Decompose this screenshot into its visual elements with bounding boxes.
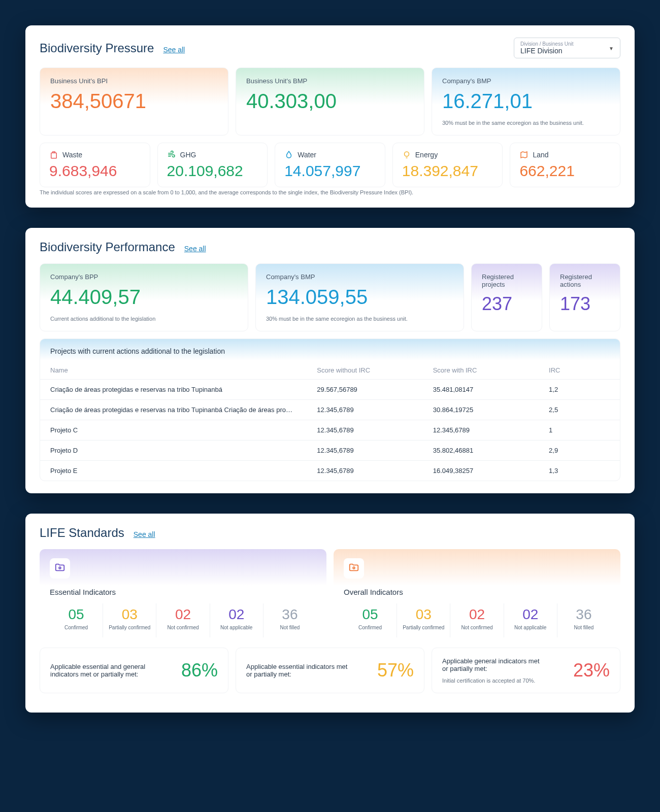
table-row[interactable]: Criação de áreas protegidas e reservas n… [40,380,620,400]
energy-head: Energy [402,150,493,159]
svg-point-1 [404,152,409,156]
svg-point-2 [59,567,61,569]
pressure-panel: Biodiversity Pressure See all Division /… [25,25,635,208]
land-metric: Land 662,221 [510,143,620,187]
performance-panel: Biodiversity Performance See all Company… [25,228,635,493]
bu-bmp-card: Business Unit's BMP 40.303,00 [236,67,424,136]
land-head: Land [519,150,611,159]
bu-bmp-label: Business Unit's BMP [246,77,414,85]
table-row[interactable]: Projeto E12.345,678916.049,382571,3 [40,461,620,481]
waste-head: Waste [49,150,141,159]
col-irc: IRC [539,360,620,380]
indicator-stat-number: 02 [158,606,207,623]
svg-point-3 [353,567,355,569]
percentage-card: Applicable essential and general indicat… [40,648,228,693]
performance-cards-row: Company's BPP 44.409,57 Current actions … [40,263,620,331]
performance-title: Biodiversity Performance [40,240,175,254]
indicator-stat-label: Partially confirmed [399,625,448,630]
cell-name: Projeto E [40,461,307,481]
indicator-stat-number: 36 [559,606,608,623]
projects-value: 237 [482,293,532,315]
essential-icon-box [50,558,70,579]
projects-table-header: Name Score without IRC Score with IRC IR… [40,360,620,380]
perf-bmp-note: 30% must be in the same ecoregion as the… [266,316,453,322]
wind-icon [167,150,176,159]
standards-title-row: LIFE Standards See all [40,526,620,540]
bpi-value: 384,50671 [50,90,218,113]
cell-score-with-irc: 12.345,6789 [423,420,539,441]
indicator-stat: 02Not applicable [504,603,557,637]
overall-indicators-card: Overall Indicators 05Confirmed03Partiall… [334,549,620,640]
indicators-row: Essential Indicators 05Confirmed03Partia… [40,549,620,640]
bpp-card: Company's BPP 44.409,57 Current actions … [40,263,248,331]
company-bmp-label: Company's BMP [442,77,610,85]
bpi-label: Business Unit's BPI [50,77,218,85]
energy-metric: Energy 18.392,847 [392,143,503,187]
droplet-icon [284,150,293,159]
ghg-label: GHG [180,151,196,159]
cell-score-with-irc: 35.481,08147 [423,380,539,400]
percentage-text: Applicable essential indicators met or p… [246,663,348,678]
company-bmp-card: Company's BMP 16.271,01 30% must be in t… [432,67,620,136]
cell-irc: 1,3 [539,461,620,481]
indicator-stat-label: Not applicable [212,625,261,630]
percentage-value: 86% [181,660,218,681]
indicator-stat: 05Confirmed [50,603,103,637]
pressure-metrics-row: Waste 9.683,946 GHG 20.109,682 Water 14.… [40,143,620,187]
indicator-stat: 05Confirmed [344,603,397,637]
table-row[interactable]: Projeto D12.345,678935.802,468812,9 [40,441,620,461]
performance-see-all-link[interactable]: See all [184,245,206,253]
indicator-stat-label: Confirmed [346,625,394,630]
waste-metric: Waste 9.683,946 [40,143,150,187]
percentage-text: Applicable general indicators met or par… [442,657,544,672]
actions-value: 173 [560,293,610,315]
bpp-note: Current actions additional to the legisl… [50,316,238,322]
ghg-metric: GHG 20.109,682 [157,143,268,187]
indicator-stat-label: Confirmed [52,625,101,630]
ghg-value: 20.109,682 [167,162,258,180]
pressure-footnote: The individual scores are expressed on a… [40,189,620,195]
percentage-text: Applicable essential and general indicat… [50,663,152,678]
cell-score-without-irc: 29.567,56789 [307,380,422,400]
standards-see-all-link[interactable]: See all [134,530,155,538]
cell-irc: 1,2 [539,380,620,400]
indicator-stat-label: Not applicable [506,625,555,630]
indicator-stat-number: 36 [266,606,314,623]
percentage-value: 23% [573,660,610,681]
standards-panel: LIFE Standards See all Essential Indicat… [25,514,635,713]
indicator-stat-number: 02 [452,606,501,623]
table-row[interactable]: Criação de áreas protegidas e reservas n… [40,400,620,420]
bpp-value: 44.409,57 [50,286,238,309]
projects-card: Registered projects 237 [471,263,542,331]
indicator-stat-label: Partially confirmed [105,625,154,630]
cell-score-with-irc: 30.864,19725 [423,400,539,420]
division-select-label: Division / Business Unit [520,41,614,47]
cell-score-with-irc: 16.049,38257 [423,461,539,481]
perf-bmp-card: Company's BMP 134.059,55 30% must be in … [255,263,464,331]
folder-icon [348,562,359,575]
water-metric: Water 14.057,997 [275,143,385,187]
standards-title: LIFE Standards [40,526,124,540]
cell-score-without-irc: 12.345,6789 [307,420,422,441]
cell-score-without-irc: 12.345,6789 [307,400,422,420]
cell-name: Criação de áreas protegidas e reservas n… [40,400,307,420]
table-row[interactable]: Projeto C12.345,678912.345,67891 [40,420,620,441]
percentage-card: Applicable general indicators met or par… [432,648,620,693]
cell-score-without-irc: 12.345,6789 [307,461,422,481]
indicator-stat-number: 02 [212,606,261,623]
pressure-see-all-link[interactable]: See all [163,46,185,54]
waste-label: Waste [62,151,82,159]
bpp-label: Company's BPP [50,273,238,281]
indicator-stat-label: Not confirmed [158,625,207,630]
pressure-title-row: Biodiversity Pressure See all [40,41,185,55]
overall-stats: 05Confirmed03Partially confirmed02Not co… [344,603,610,637]
indicator-stat: 36Not filled [263,603,316,637]
projects-table: Name Score without IRC Score with IRC IR… [40,360,620,481]
percentage-subtext: Initial certification is accepted at 70%… [442,678,544,684]
indicator-stat-number: 03 [105,606,154,623]
pressure-title: Biodiversity Pressure [40,41,154,55]
folder-icon [54,562,65,575]
indicator-stat: 02Not applicable [210,603,263,637]
overall-title: Overall Indicators [344,588,610,596]
division-select[interactable]: Division / Business Unit LIFE Division ▼ [514,38,620,58]
